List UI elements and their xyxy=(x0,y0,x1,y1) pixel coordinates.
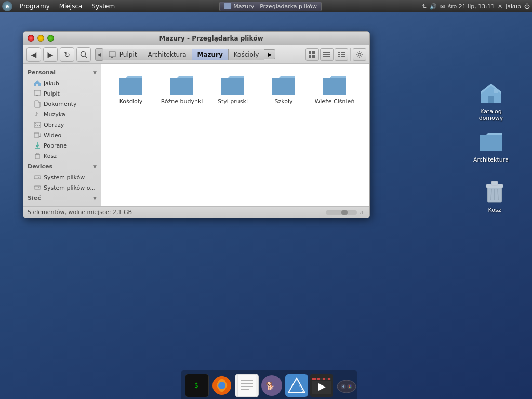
svg-marker-18 xyxy=(34,80,41,86)
katalog-label: Katalog domowy xyxy=(470,108,512,122)
svg-rect-24 xyxy=(34,133,39,137)
window-close-button[interactable] xyxy=(28,35,34,42)
sidebar-item-kosz[interactable]: Kosz xyxy=(23,151,101,161)
menu-system[interactable]: System xyxy=(87,2,119,11)
breadcrumb-pulpit[interactable]: Pulpit xyxy=(103,49,142,60)
dock-editor[interactable] xyxy=(235,372,259,399)
list-view-button[interactable] xyxy=(320,48,334,61)
svg-rect-45 xyxy=(491,181,498,185)
volume-icon[interactable]: 🔊 xyxy=(430,3,437,10)
close-icon[interactable]: ✕ xyxy=(498,3,502,10)
breadcrumb-koscioly[interactable]: Kościoły xyxy=(229,49,265,60)
svg-rect-22 xyxy=(34,122,41,127)
taskbar-window[interactable]: Mazury - Przeglądarka plików xyxy=(219,2,322,11)
folder-styl[interactable]: Styl pruski xyxy=(209,70,256,108)
toolbar-separator xyxy=(350,48,351,61)
window-maximize-button[interactable] xyxy=(47,35,54,42)
download-icon xyxy=(34,142,41,149)
forward-button[interactable]: ▶ xyxy=(43,47,58,62)
sort-icon[interactable]: ⇅ xyxy=(422,3,427,10)
desktop-icon-katalog[interactable]: Katalog domowy xyxy=(470,81,512,122)
svg-point-80 xyxy=(350,385,351,387)
compact-view-button[interactable] xyxy=(335,48,348,61)
window-minimize-button[interactable] xyxy=(37,35,44,42)
dock-terminal[interactable]: _$ xyxy=(185,372,209,399)
sidebar-item-pulpit[interactable]: Pulpit xyxy=(23,88,101,99)
dock-gimp[interactable]: 🐕 xyxy=(260,372,284,399)
svg-rect-68 xyxy=(323,378,325,380)
mail-icon[interactable]: ✉ xyxy=(440,3,445,10)
sidebar-item-wideo[interactable]: Wideo xyxy=(23,130,101,140)
svg-rect-11 xyxy=(338,52,340,53)
sidebar-item-pobrane[interactable]: Pobrane xyxy=(23,140,101,151)
dock-firefox[interactable] xyxy=(210,372,234,399)
section-personal-label: Personal xyxy=(28,69,56,76)
breadcrumb-prev[interactable]: ◀ xyxy=(95,48,103,61)
breadcrumb-architektura[interactable]: Architektura xyxy=(142,49,192,60)
folder-koscioly-label: Kościoły xyxy=(119,98,143,105)
sidebar-item-dokumenty[interactable]: Dokumenty xyxy=(23,99,101,109)
svg-point-77 xyxy=(349,385,350,387)
folder-rozne-label: Różne budynki xyxy=(161,98,203,105)
back-button[interactable]: ◀ xyxy=(26,47,41,62)
sidebar-item-jakub[interactable]: jakub xyxy=(23,78,101,88)
dock-games[interactable] xyxy=(335,372,358,399)
section-siec-arrow: ▼ xyxy=(93,196,97,201)
sidebar-item-obrazy[interactable]: Obrazy xyxy=(23,119,101,130)
svg-text:_$: _$ xyxy=(190,381,198,389)
folder-rozne-icon xyxy=(169,73,194,96)
search-button[interactable] xyxy=(76,47,91,62)
svg-rect-34 xyxy=(34,186,41,189)
dock-blueprint[interactable] xyxy=(285,372,309,399)
folder-szkoly[interactable]: Szkoły xyxy=(260,70,307,108)
folder-styl-icon xyxy=(220,73,245,96)
desktop-icon-architektura[interactable]: Architektura xyxy=(470,129,512,164)
menu-programy[interactable]: Programy xyxy=(16,2,54,11)
svg-point-23 xyxy=(35,123,36,124)
svg-point-53 xyxy=(218,382,225,389)
resize-handle[interactable]: ⊿ xyxy=(359,209,365,216)
folder-wieze[interactable]: Wieże Ciśnień xyxy=(311,70,358,108)
section-devices-arrow: ▼ xyxy=(93,164,97,169)
dock: _$ 🐕 xyxy=(181,370,357,399)
refresh-button[interactable]: ↻ xyxy=(60,47,74,62)
breadcrumb-more[interactable]: ▶ xyxy=(264,49,275,59)
svg-rect-54 xyxy=(237,374,256,397)
sidebar-item-system-pliki[interactable]: System plików xyxy=(23,172,101,182)
svg-rect-19 xyxy=(34,90,41,95)
folder-koscioly-icon xyxy=(118,73,143,96)
sidebar-section-personal[interactable]: Personal ▼ xyxy=(23,67,101,78)
images-icon xyxy=(34,121,41,128)
folder-wieze-label: Wieże Ciśnień xyxy=(315,98,355,105)
svg-point-0 xyxy=(81,51,86,56)
drive-icon xyxy=(34,174,41,181)
music-icon: ♪ xyxy=(34,111,41,118)
dock-video[interactable] xyxy=(310,372,334,399)
scrollbar-thumb xyxy=(341,210,348,215)
svg-rect-9 xyxy=(323,54,330,55)
view-buttons xyxy=(305,48,366,61)
svg-rect-40 xyxy=(488,96,494,103)
sidebar-section-siec[interactable]: Sieć ▼ xyxy=(23,193,101,204)
editor-icon xyxy=(235,374,259,397)
desktop-logo[interactable]: e xyxy=(2,1,12,11)
svg-rect-2 xyxy=(109,52,115,57)
folder-koscioly[interactable]: Kościoły xyxy=(108,70,154,108)
power-icon[interactable]: ⏻ xyxy=(524,3,530,10)
icon-view-button[interactable] xyxy=(305,48,319,61)
svg-rect-27 xyxy=(35,154,39,159)
breadcrumb: ◀ Pulpit Architektura Mazury Kościoły ▶ xyxy=(95,48,275,61)
sidebar-item-system-pliki2[interactable]: System plików o... xyxy=(23,182,101,193)
firefox-icon xyxy=(210,374,234,397)
folder-rozne[interactable]: Różne budynki xyxy=(158,70,205,108)
breadcrumb-mazury[interactable]: Mazury xyxy=(192,49,229,60)
top-panel-left: e Programy Miejsca System xyxy=(2,1,119,11)
settings-button[interactable] xyxy=(353,48,366,61)
desktop-icon-kosz[interactable]: Kosz xyxy=(474,179,515,214)
scrollbar[interactable] xyxy=(326,210,357,215)
section-siec-label: Sieć xyxy=(28,195,41,202)
sidebar-item-muzyka[interactable]: ♪ Muzyka xyxy=(23,109,101,119)
sidebar-section-devices[interactable]: Devices ▼ xyxy=(23,161,101,172)
menu-miejsca[interactable]: Miejsca xyxy=(55,2,87,11)
svg-rect-16 xyxy=(341,56,345,57)
